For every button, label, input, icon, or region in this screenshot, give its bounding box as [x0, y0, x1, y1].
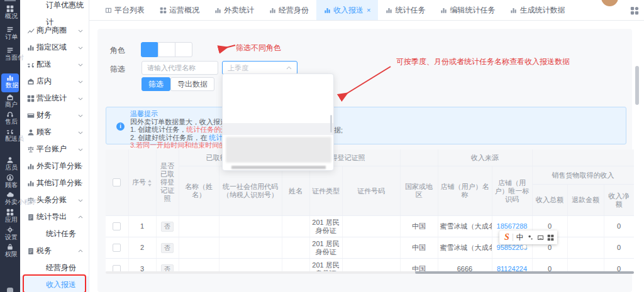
side-menu-item[interactable]: 统计导出 [20, 208, 89, 225]
shop-uid-link[interactable]: 18567288 [497, 222, 528, 230]
tab[interactable]: 经营身份 [262, 0, 316, 20]
side-menu-item[interactable]: 经营身份 [20, 259, 89, 276]
ime-keyboard-icon[interactable] [537, 234, 544, 241]
tab-close-icon[interactable]: × [367, 7, 370, 14]
cell-cert-no [342, 237, 400, 259]
dark-sidebar-item[interactable]: 权限 [0, 242, 20, 261]
side-menu-item[interactable]: 配送 [20, 56, 89, 73]
row-checkbox[interactable] [113, 244, 121, 252]
role-button[interactable] [158, 42, 175, 57]
cell-cert-no [342, 216, 400, 237]
dark-sidebar-item[interactable]: 顾客 [0, 173, 20, 192]
chevron-down-icon [78, 96, 83, 101]
cell-name [179, 259, 219, 272]
table-row: 3 否 201 居民身份证 中国 6666 81124224 0 [106, 259, 634, 272]
tab-label: 统计任务 [395, 5, 425, 16]
dropdown-month-option[interactable] [223, 123, 333, 135]
cell-credit-code [219, 237, 282, 259]
dark-sidebar-item[interactable]: 当面付 [0, 46, 20, 65]
ime-voice-icon[interactable] [527, 234, 534, 241]
side-menu-item[interactable]: 指定区域 [20, 39, 89, 56]
info-icon: i [116, 122, 125, 131]
ime-toolbox-icon[interactable] [547, 234, 554, 241]
period-select[interactable]: 上季度 [222, 61, 297, 75]
header-shop-uid: 店铺（用户）唯一标识码 [492, 166, 532, 216]
dark-sidebar-item-label: 商户 [5, 101, 15, 109]
dark-sidebar-item[interactable]: 店员 [0, 156, 20, 175]
ime-lang-indicator[interactable]: 中 [516, 232, 524, 243]
blurred-option [226, 137, 331, 163]
cell-cert-type: 201 居民身份证 [309, 259, 342, 272]
side-menu-item[interactable]: 外卖订单分账 [20, 158, 89, 175]
horizontal-scrollbar-thumb[interactable] [415, 271, 634, 274]
vertical-scrollbar-thumb[interactable] [635, 66, 639, 105]
side-menu-item-label: 统计导出 [36, 208, 67, 225]
side-menu-item[interactable]: 统计任务 [20, 225, 89, 242]
notice-intro: 因外卖订单数据量大，收入报送数据需要先生成对应 [130, 118, 619, 126]
dark-sidebar-item-icon [6, 156, 14, 164]
dark-sidebar-item-label: 订单 [5, 33, 15, 41]
dropdown-month-option[interactable] [223, 100, 333, 112]
chevron-down-icon [78, 164, 83, 169]
tab[interactable]: 统计任务 [378, 0, 433, 20]
side-menu-item-label: 收入报送 [46, 276, 76, 292]
dark-sidebar-item[interactable]: 应用 [0, 208, 20, 227]
tab[interactable]: 收入报送 × [316, 0, 378, 20]
cell-shop-name: 蜜雪冰城（大成名... [438, 237, 492, 259]
ime-handle[interactable] [522, 244, 527, 249]
tab[interactable]: 编辑统计任务 [433, 0, 502, 20]
tab[interactable]: 平台列表 [97, 0, 152, 20]
side-menu-item-label: 顾客 [36, 124, 52, 141]
tab-chart-icon [324, 7, 331, 14]
row-checkbox[interactable] [113, 265, 121, 271]
cell-credit-code [219, 259, 282, 272]
row-checkbox[interactable] [113, 222, 121, 230]
tab[interactable]: 运营概况 [152, 0, 207, 20]
side-menu-item[interactable]: 营业统计 [20, 90, 89, 107]
dark-sidebar-item[interactable]: 订单 [0, 25, 20, 44]
dark-sidebar-item[interactable]: 外卖小程序 [0, 190, 20, 209]
side-menu-item-label: 商户商圈 [36, 22, 67, 39]
side-menu-item[interactable]: 其他订单分账 [20, 175, 89, 192]
side-menu-item-icon [36, 281, 44, 289]
grid-menu-icon[interactable] [630, 6, 639, 15]
dropdown-month-option[interactable] [223, 77, 333, 89]
notice-title: 温馨提示 [130, 110, 619, 118]
dark-sidebar-item[interactable]: 数据 [1, 73, 19, 92]
side-menu-item[interactable]: 商户商圈 [20, 22, 89, 39]
tab[interactable]: 外卖统计 [207, 0, 262, 20]
search-button[interactable]: 筛选 [142, 77, 170, 91]
role-button-group [142, 42, 192, 57]
agent-name-input[interactable] [142, 61, 218, 75]
export-button[interactable]: 导出数据 [170, 77, 214, 91]
dark-sidebar-item[interactable]: 售后 [0, 110, 20, 129]
dark-sidebar-item[interactable]: 概况 [0, 4, 20, 23]
side-menu-item-icon [27, 247, 35, 255]
dropdown-month-option[interactable] [223, 89, 333, 100]
dark-sidebar-item[interactable]: 配送员 [0, 127, 20, 146]
side-menu-item[interactable]: 订单优惠统计 [20, 5, 89, 22]
ime-logo[interactable]: S [504, 232, 509, 242]
filter-label: 筛选 [110, 64, 125, 75]
side-menu-item[interactable]: 平台账户 [20, 141, 89, 158]
notice-step3: 3.若同一开始时间和结束时间的统计任务有多条，以 [130, 141, 619, 149]
side-menu-item-label: 外卖订单分账 [36, 158, 82, 175]
side-menu-item[interactable]: 店内 [20, 73, 89, 90]
dark-sidebar-item[interactable]: 设置 [0, 225, 20, 244]
select-all-checkbox[interactable] [113, 178, 121, 187]
sort-icon[interactable] [147, 180, 152, 187]
tab[interactable]: 生成统计数据 [502, 0, 572, 20]
dropdown-scrollbar-thumb[interactable] [330, 115, 332, 132]
side-menu-item[interactable]: 税务 [20, 242, 89, 259]
dark-sidebar-item[interactable]: 商户 [0, 93, 20, 112]
role-button[interactable] [175, 42, 192, 57]
side-menu-item[interactable]: 顾客 [20, 124, 89, 141]
cell-person-name [282, 259, 309, 272]
shop-uid-link[interactable]: 81124224 [497, 265, 527, 271]
side-menu-item[interactable]: 收入报送 [20, 276, 89, 292]
side-menu-item[interactable]: 财务 [20, 107, 89, 124]
dropdown-month-option[interactable] [223, 112, 333, 124]
side-menu-item-label: 配送 [36, 56, 52, 73]
role-button[interactable] [141, 42, 158, 57]
chevron-down-icon [78, 113, 83, 118]
